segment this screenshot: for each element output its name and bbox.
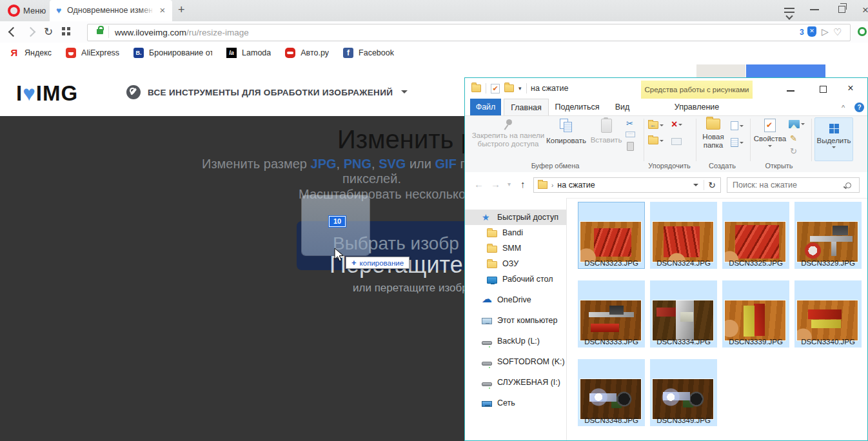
sidebar-item-icon — [487, 261, 497, 268]
paste-button[interactable]: Вставить — [589, 119, 624, 144]
opera-menu-button[interactable]: Меню — [23, 6, 46, 15]
bookmark-item[interactable]: la Lamoda — [226, 48, 271, 58]
share-flow-icon[interactable]: ▷ — [822, 26, 829, 37]
sidebar-item[interactable]: СЛУЖЕБНАЯ (I:) — [465, 375, 566, 390]
speed-dial-icon[interactable] — [62, 27, 70, 35]
link-png[interactable]: PNG — [344, 157, 371, 171]
ribbon-collapse-icon[interactable]: ^ — [842, 104, 845, 112]
properties-button[interactable]: Свойства — [754, 119, 786, 149]
tab-view[interactable]: Вид — [608, 99, 636, 115]
copy-to-button[interactable] — [648, 137, 664, 144]
file-tile[interactable]: DSCN3325.JPG — [722, 202, 789, 269]
address-bar[interactable]: › на сжатие ↻ — [533, 177, 721, 193]
sidebar-item[interactable]: Быстрый доступ — [465, 210, 566, 225]
rename-button[interactable] — [671, 138, 682, 145]
sidebar-item[interactable]: Этот компьютер — [465, 313, 566, 328]
tab-menu-icon[interactable] — [784, 8, 794, 13]
move-to-button[interactable]: ← — [648, 121, 664, 129]
file-tile[interactable]: DSCN3333.JPG — [578, 280, 645, 348]
explorer-minimize-button[interactable] — [780, 82, 802, 96]
explorer-maximize-button[interactable] — [812, 82, 834, 96]
qat-properties-icon[interactable]: ✔ — [491, 84, 500, 93]
window-minimize-button[interactable] — [810, 9, 819, 10]
file-name: DSCN3325.JPG — [722, 259, 789, 267]
file-tile[interactable]: DSCN3329.JPG — [794, 202, 862, 269]
file-tile[interactable]: DSCN3348.JPG — [578, 359, 645, 426]
window-restore-button[interactable] — [838, 6, 845, 13]
file-tile[interactable]: DSCN3339.JPG — [722, 280, 789, 348]
adblock-shield-icon[interactable]: ✕ — [807, 26, 816, 37]
copy-path-button[interactable]: ··· — [626, 132, 635, 137]
search-box[interactable] — [727, 177, 860, 193]
sidebar-item[interactable]: OneDrive — [465, 292, 566, 308]
new-tab-button[interactable]: + — [178, 3, 185, 17]
easy-access-button[interactable] — [731, 138, 744, 147]
select-button[interactable]: Выделить — [814, 117, 853, 161]
tab-favicon-heart-icon: ♥ — [56, 6, 61, 15]
url-text[interactable]: www.iloveimg.com/ru/resize-image — [115, 28, 249, 37]
reload-button[interactable]: ↻ — [44, 25, 53, 39]
tab-share[interactable]: Поделиться — [553, 99, 602, 115]
bookmark-heart-icon[interactable]: ♡ — [833, 26, 842, 38]
link-jpg[interactable]: JPG — [311, 157, 337, 171]
qat-customize-chevron-icon[interactable]: ▾ — [518, 85, 522, 92]
search-input[interactable] — [727, 181, 845, 190]
sidebar-item[interactable]: SOFTODROM (K:) — [465, 354, 566, 369]
help-icon[interactable]: ? — [854, 103, 864, 112]
link-svg[interactable]: SVG — [379, 157, 406, 171]
header-primary-button[interactable] — [746, 64, 825, 79]
pencil-icon: ✎ — [790, 134, 797, 142]
bookmark-item[interactable]: Я Яндекс — [9, 48, 52, 58]
sidebar-item[interactable]: BackUp (L:) — [465, 333, 566, 349]
all-tools-menu[interactable]: ВСЕ ИНСТРУМЕНТЫ ДЛЯ ОБРАБОТКИ ИЗОБРАЖЕНИ… — [148, 88, 393, 97]
delete-button[interactable]: × — [671, 120, 682, 129]
tab-file[interactable]: Файл — [470, 99, 501, 115]
cut-button[interactable]: ✂ — [626, 119, 633, 128]
nav-up-button[interactable]: ↑ — [520, 179, 526, 190]
address-dropdown-icon[interactable] — [693, 184, 698, 189]
edit-button[interactable]: ✎ — [790, 134, 797, 142]
paste-shortcut-button[interactable] — [627, 142, 634, 151]
sidebar-item[interactable]: Сеть — [465, 395, 566, 411]
file-tile[interactable]: DSCN3349.JPG — [650, 359, 717, 426]
site-logo[interactable]: I♥IMG — [16, 81, 78, 106]
tab-close-icon[interactable]: × — [157, 5, 168, 15]
secure-padlock-icon[interactable] — [97, 29, 103, 34]
pin-to-quick-access-button[interactable]: Закрепить на панели быстрого доступа — [470, 119, 546, 148]
opera-menu-icon[interactable] — [8, 5, 20, 17]
file-tile[interactable]: DSCN3323.JPG — [578, 202, 645, 269]
search-icon[interactable] — [845, 182, 851, 188]
sidebar-item-label: Быстрый доступ — [497, 213, 558, 222]
history-button[interactable]: ↻ — [790, 147, 797, 155]
nav-forward-button[interactable]: → — [491, 179, 500, 190]
open-picture-button[interactable] — [789, 120, 805, 128]
file-tile[interactable]: DSCN3334.JPG — [650, 280, 717, 348]
qat-newfolder-icon[interactable] — [504, 84, 514, 92]
nav-recent-chevron-icon[interactable]: ▾ — [508, 181, 511, 188]
file-tile[interactable]: DSCN3324.JPG — [650, 202, 717, 269]
refresh-icon[interactable]: ↻ — [704, 180, 716, 190]
bookmark-item[interactable]: B. Бронирование отел — [133, 48, 212, 58]
link-gif[interactable]: GIF — [435, 157, 457, 171]
sidebar-item[interactable]: Bandi — [465, 225, 566, 240]
new-item-button[interactable] — [731, 121, 744, 130]
explorer-close-button[interactable]: × — [839, 81, 862, 96]
bookmark-item[interactable]: AliExpress — [66, 48, 119, 58]
bookmark-item[interactable]: Авто.ру — [285, 48, 329, 58]
tab-home[interactable]: Главная — [504, 99, 549, 115]
extension-icon[interactable] — [858, 27, 867, 36]
file-tile[interactable]: DSCN3340.JPG — [794, 280, 862, 348]
url-path: /ru/resize-image — [186, 28, 249, 37]
header-secondary-button[interactable] — [696, 64, 745, 79]
bookmark-item[interactable]: f Facebook — [343, 48, 394, 58]
sidebar-item[interactable]: ОЗУ — [465, 256, 566, 271]
tab-manage[interactable]: Управление — [641, 99, 753, 115]
breadcrumb[interactable]: на сжатие — [557, 181, 693, 190]
qat-folder-icon[interactable] — [471, 84, 481, 92]
nav-back-button[interactable]: ← — [474, 179, 484, 190]
sidebar-item[interactable]: SMM — [465, 240, 566, 256]
new-folder-button[interactable]: Новая папка — [698, 119, 728, 150]
window-close-button[interactable]: × — [862, 4, 868, 17]
sidebar-item[interactable]: Рабочий стол — [465, 271, 566, 287]
copy-button[interactable]: Копировать — [545, 119, 587, 145]
